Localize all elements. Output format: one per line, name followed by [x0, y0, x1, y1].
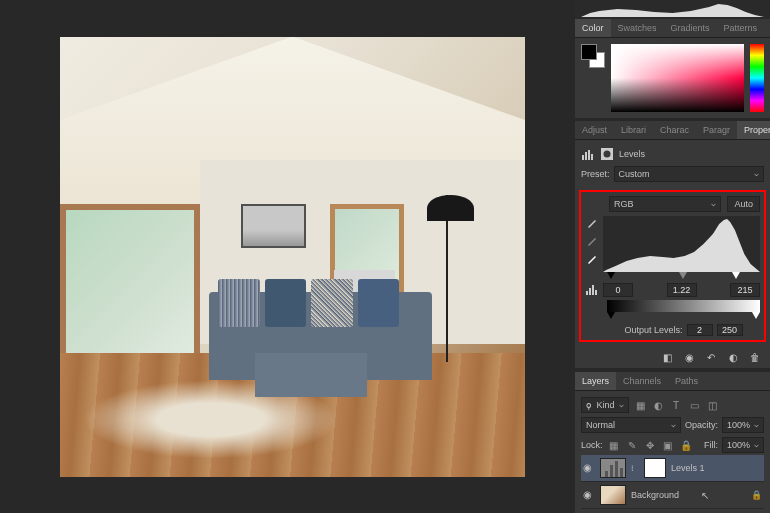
right-panels: Color Swatches Gradients Patterns Adjust…	[575, 0, 770, 513]
output-white-field[interactable]	[717, 324, 743, 336]
lock-position-icon[interactable]: ✥	[643, 438, 657, 452]
input-white-slider[interactable]	[732, 272, 740, 279]
levels-controls-highlighted: RGB⌵ Auto	[579, 190, 766, 342]
levels-icon	[581, 147, 595, 161]
svg-point-5	[604, 151, 611, 158]
lock-label: Lock:	[581, 440, 603, 450]
svg-rect-6	[586, 291, 588, 295]
layer-filter-kind[interactable]: ϙKind⌵	[581, 397, 629, 413]
output-black-slider[interactable]	[607, 312, 615, 319]
filter-smart-icon[interactable]: ◫	[705, 398, 719, 412]
opacity-select[interactable]: 100%⌵	[722, 417, 764, 433]
histogram-icon	[585, 283, 599, 297]
svg-rect-3	[591, 154, 593, 160]
link-icon: ⁞	[631, 464, 639, 473]
view-previous-icon[interactable]: ◐	[726, 350, 740, 364]
lock-artboard-icon[interactable]: ▣	[661, 438, 675, 452]
svg-rect-8	[592, 285, 594, 295]
tab-channels[interactable]: Channels	[616, 372, 668, 390]
tab-layers[interactable]: Layers	[575, 372, 616, 390]
preset-select[interactable]: Custom⌵	[614, 166, 764, 182]
filter-type-icon[interactable]: T	[669, 398, 683, 412]
tab-paths[interactable]: Paths	[668, 372, 705, 390]
tab-adjustments[interactable]: Adjust	[575, 121, 614, 139]
color-tabs: Color Swatches Gradients Patterns	[575, 19, 770, 38]
tab-gradients[interactable]: Gradients	[664, 19, 717, 37]
hue-slider[interactable]	[750, 44, 764, 112]
layer-name[interactable]: Background	[631, 490, 679, 500]
auto-button[interactable]: Auto	[727, 196, 760, 212]
tab-paragraph[interactable]: Paragr	[696, 121, 737, 139]
visibility-toggle[interactable]: ◉	[583, 489, 595, 501]
tab-libraries[interactable]: Librari	[614, 121, 653, 139]
fg-bg-swatch[interactable]	[581, 44, 605, 68]
tab-swatches[interactable]: Swatches	[611, 19, 664, 37]
blend-mode-select[interactable]: Normal⌵	[581, 417, 681, 433]
layers-tabs: Layers Channels Paths	[575, 372, 770, 391]
svg-rect-9	[595, 290, 597, 295]
clip-to-layer-icon[interactable]: ◧	[660, 350, 674, 364]
input-black-field[interactable]	[603, 283, 633, 297]
preset-label: Preset:	[581, 169, 610, 179]
filter-shape-icon[interactable]: ▭	[687, 398, 701, 412]
opacity-label: Opacity:	[685, 420, 718, 430]
visibility-toggle[interactable]: ◉	[583, 462, 595, 474]
properties-tabs: Adjust Librari Charac Paragr Properties	[575, 121, 770, 140]
output-levels-label: Output Levels:	[624, 325, 682, 335]
color-field[interactable]	[611, 44, 744, 112]
tab-patterns[interactable]: Patterns	[717, 19, 765, 37]
black-point-eyedropper[interactable]	[585, 216, 599, 230]
tab-character[interactable]: Charac	[653, 121, 696, 139]
lock-all-icon[interactable]: 🔒	[679, 438, 693, 452]
lock-image-icon[interactable]: ✎	[625, 438, 639, 452]
input-black-slider[interactable]	[607, 272, 615, 279]
input-gamma-field[interactable]	[667, 283, 697, 297]
adjustment-thumb[interactable]	[600, 458, 626, 478]
chevron-down-icon: ⌵	[754, 169, 759, 179]
foreground-color[interactable]	[581, 44, 597, 60]
svg-rect-2	[588, 150, 590, 160]
tab-color[interactable]: Color	[575, 19, 611, 37]
trash-icon[interactable]: 🗑	[748, 350, 762, 364]
mini-histogram	[575, 0, 770, 19]
svg-rect-13	[620, 468, 623, 477]
canvas-area	[0, 0, 575, 513]
cursor-icon: ↖	[698, 488, 712, 502]
input-white-field[interactable]	[730, 283, 760, 297]
white-point-eyedropper[interactable]	[585, 252, 599, 266]
input-gamma-slider[interactable]	[679, 272, 687, 279]
color-picker-panel	[575, 38, 770, 118]
output-black-field[interactable]	[687, 324, 713, 336]
svg-rect-10	[605, 471, 608, 477]
layer-row[interactable]: ◉ ⁞ Levels 1	[581, 455, 764, 482]
fill-select[interactable]: 100%⌵	[722, 437, 764, 453]
svg-rect-11	[610, 465, 613, 477]
document-image[interactable]	[60, 37, 525, 477]
fill-label: Fill:	[704, 440, 718, 450]
adjustment-type-label: Levels	[619, 149, 645, 159]
layer-name[interactable]: Levels 1	[671, 463, 705, 473]
levels-histogram	[603, 216, 760, 272]
toggle-visibility-icon[interactable]: ◉	[682, 350, 696, 364]
filter-adjustment-icon[interactable]: ◐	[651, 398, 665, 412]
layer-thumb[interactable]	[600, 485, 626, 505]
filter-pixel-icon[interactable]: ▦	[633, 398, 647, 412]
lock-transparency-icon[interactable]: ▦	[607, 438, 621, 452]
layers-panel: ϙKind⌵ ▦ ◐ T ▭ ◫ Normal⌵ Opacity: 100%⌵ …	[575, 391, 770, 513]
tab-properties[interactable]: Properties	[737, 121, 770, 139]
mask-icon	[600, 147, 614, 161]
properties-panel: Levels Preset: Custom⌵	[575, 140, 770, 188]
output-white-slider[interactable]	[752, 312, 760, 319]
channel-select[interactable]: RGB⌵	[609, 196, 721, 212]
lock-icon: 🔒	[751, 490, 762, 500]
svg-rect-1	[585, 152, 587, 160]
chevron-down-icon: ⌵	[711, 199, 716, 209]
gray-point-eyedropper[interactable]	[585, 234, 599, 248]
svg-rect-12	[615, 461, 618, 477]
properties-footer: ◧ ◉ ↶ ◐ 🗑	[575, 346, 770, 368]
output-gradient	[607, 300, 760, 312]
layer-row[interactable]: ◉ Background ↖ 🔒	[581, 482, 764, 509]
layer-mask-thumb[interactable]	[644, 458, 666, 478]
svg-rect-0	[582, 155, 584, 160]
reset-icon[interactable]: ↶	[704, 350, 718, 364]
